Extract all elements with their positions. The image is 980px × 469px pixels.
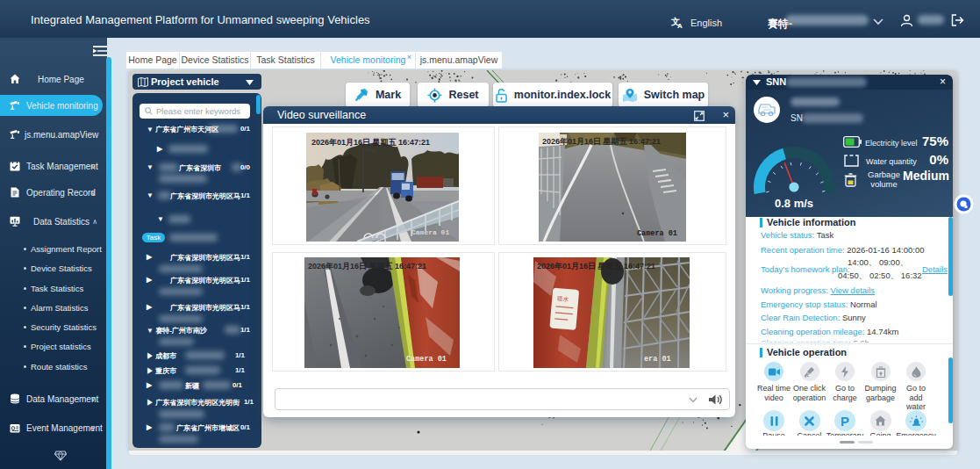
svg-text:Camera 01: Camera 01	[411, 228, 449, 236]
svg-text:A: A	[677, 22, 683, 29]
svg-text:2026年01月16日 星期五 16:47:21: 2026年01月16日 星期五 16:47:21	[537, 262, 655, 271]
svg-text:Camera 01: Camera 01	[637, 229, 677, 238]
svg-text:era 01: era 01	[644, 355, 671, 364]
svg-text:2026年01月16日 星期五 16:47:21: 2026年01月16日 星期五 16:47:21	[311, 138, 430, 147]
svg-text:2026年01月16日 星期五 16:47:21: 2026年01月16日 星期五 16:47:21	[542, 137, 661, 146]
svg-text:2026年01月16日 星期五 16:47:21: 2026年01月16日 星期五 16:47:21	[308, 262, 426, 271]
svg-text:Camera 01: Camera 01	[406, 355, 447, 364]
